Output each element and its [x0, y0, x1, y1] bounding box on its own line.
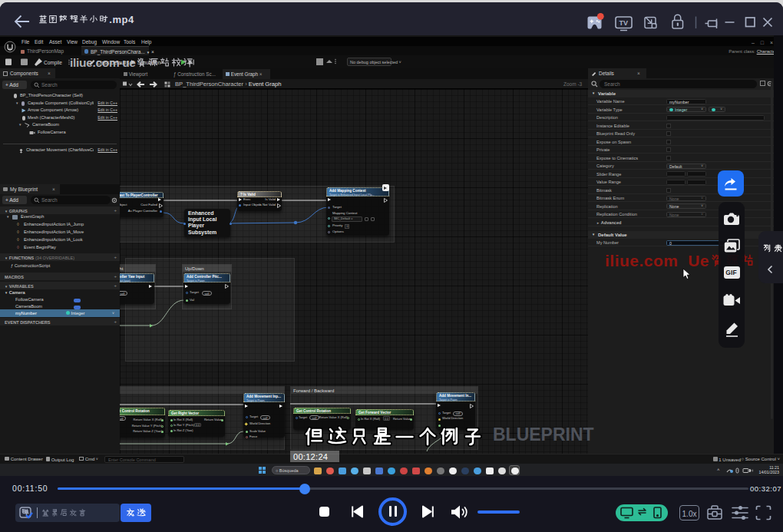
svg-text:TV: TV: [619, 19, 629, 27]
svg-text:Compile: Compile: [44, 60, 62, 66]
